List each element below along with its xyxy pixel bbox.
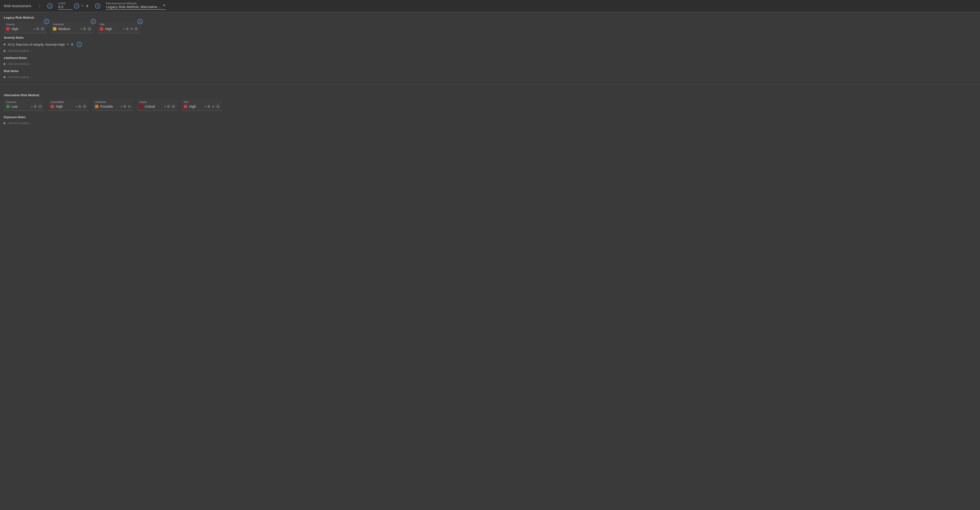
alt-likelihood-value: Possible (100, 105, 113, 108)
risk-methods-label: Risk Assessment Methods (106, 2, 161, 5)
top-bar: Risk Assessment ⋮ 1 CVSS 6.5 2 ✎ 🗑 3 Ris… (0, 0, 980, 12)
impact-value: Critical (145, 105, 155, 108)
exposure-info-icon[interactable]: i (38, 105, 42, 108)
alt-risk-info-icon[interactable]: i (216, 105, 220, 108)
likelihood-value: Medium (58, 27, 70, 31)
likelihood-add-description[interactable]: Add description... (4, 61, 976, 67)
badge-4: 4 (44, 19, 49, 24)
exposure-color-indicator (6, 105, 10, 108)
severity-info-icon[interactable]: i (41, 27, 45, 31)
exposure-add-placeholder[interactable]: Add description... (8, 121, 32, 125)
likelihood-label: Likelihood (53, 23, 91, 26)
likelihood-expand-icon (4, 63, 6, 65)
likelihood-controls: ▾ ⛓ i (81, 27, 91, 31)
cvss-label: CVSS (58, 2, 73, 5)
severity-color-indicator (6, 27, 10, 30)
impact-color-indicator (140, 105, 143, 108)
impact-link-icon[interactable]: ⛓ (167, 104, 170, 109)
alt-likelihood-copy-icon[interactable]: ⧉ (128, 104, 131, 109)
exposure-notes-title: Exposure Notes (4, 116, 976, 119)
likelihood-notes-section: Likelihood Notes Add description... (0, 56, 980, 67)
legacy-risk-info-icon[interactable]: i (134, 27, 138, 31)
legacy-risk-copy-icon[interactable]: ⧉ (130, 27, 133, 31)
alt-risk-field: Risk High ▾ ⛓ ⧉ i (181, 99, 222, 111)
legacy-risk-field: Risk High ▾ ⛓ ⧉ i 6 (97, 22, 140, 33)
exploitability-info-icon[interactable]: i (83, 105, 86, 108)
alt-likelihood-label: Likelihood (95, 101, 131, 103)
legacy-fields-row: Severity High ▾ ⛓ i 4 Likelihood Medium … (0, 22, 980, 33)
legacy-risk-label: Risk (100, 23, 138, 26)
legacy-section-header: Legacy Risk Method (0, 12, 980, 22)
severity-add-placeholder[interactable]: Add description... (8, 49, 32, 52)
exposure-add-description[interactable]: Add description... (4, 120, 976, 126)
exploitability-field: Exploitability High ▾ ⛓ i (48, 99, 89, 111)
likelihood-chevron-icon[interactable]: ▾ (81, 28, 82, 30)
severity-add-description[interactable]: Add description... (4, 48, 976, 54)
note-edit-icon[interactable]: ✎ (67, 43, 69, 46)
legacy-risk-link-icon[interactable]: ⛓ (126, 27, 129, 31)
risk-methods-chevron-icon[interactable]: ▼ (162, 3, 166, 7)
severity-notes-section: Severity Notes AC1) Total loss of integr… (0, 36, 980, 54)
alt-risk-color-indicator (184, 105, 187, 108)
severity-chevron-icon[interactable]: ▾ (34, 28, 35, 30)
severity-note-item: AC1) Total loss of integrity: Severity=H… (4, 41, 976, 48)
likelihood-notes-title: Likelihood Notes (4, 56, 976, 60)
alt-likelihood-color-indicator (95, 105, 99, 108)
exploitability-value: High (56, 105, 63, 108)
likelihood-color-indicator (53, 27, 56, 30)
likelihood-info-icon[interactable]: i (88, 27, 91, 31)
risk-add-placeholder[interactable]: Add description... (8, 75, 32, 79)
badge-3: 3 (95, 3, 100, 9)
badge-2: 2 (74, 3, 79, 9)
exploitability-link-icon[interactable]: ⛓ (78, 104, 82, 109)
likelihood-link-icon[interactable]: ⛓ (83, 27, 86, 31)
severity-notes-title: Severity Notes (4, 36, 976, 40)
note-trash-icon[interactable]: 🗑 (71, 43, 74, 46)
impact-field: Impact Critical ▾ ⛓ i (137, 99, 178, 111)
risk-add-description[interactable]: Add description... (4, 74, 976, 80)
alternative-section-header: Alternative Risk Method (0, 89, 980, 99)
page-title: Risk Assessment (4, 4, 31, 8)
legacy-risk-chevron-icon[interactable]: ▾ (123, 28, 124, 30)
cvss-edit-icon[interactable]: ✎ (81, 4, 84, 8)
legacy-risk-controls: ▾ ⛓ ⧉ i (123, 27, 138, 31)
exploitability-chevron-icon[interactable]: ▾ (76, 105, 77, 108)
exposure-link-icon[interactable]: ⛓ (33, 104, 37, 109)
severity-note-text: AC1) Total loss of integrity: Severity=H… (8, 43, 65, 46)
alternative-fields-row: Exposure Low ▾ ⛓ i Exploitability High ▾… (0, 99, 980, 113)
exposure-value: Low (11, 105, 18, 108)
alt-likelihood-chevron-icon[interactable]: ▾ (121, 105, 122, 108)
exploitability-color-indicator (51, 105, 54, 108)
impact-chevron-icon[interactable]: ▾ (164, 105, 166, 108)
badge-6: 6 (138, 19, 143, 24)
legacy-risk-value: High (105, 27, 112, 31)
alt-risk-copy-icon[interactable]: ⧉ (212, 104, 215, 109)
cvss-section: CVSS 6.5 2 ✎ 🗑 (58, 2, 89, 10)
alt-likelihood-field: Likelihood Possible ▾ ⛓ ⧉ (93, 99, 133, 111)
exposure-chevron-icon[interactable]: ▾ (31, 105, 32, 108)
cvss-value[interactable]: 6.5 (58, 5, 73, 10)
badge-7: 7 (76, 42, 82, 47)
severity-value: High (11, 27, 18, 31)
likelihood-add-placeholder[interactable]: Add description... (8, 62, 32, 66)
alt-risk-value: High (189, 105, 196, 108)
exposure-notes-section: Exposure Notes Add description... (0, 116, 980, 126)
likelihood-field: Likelihood Medium ▾ ⛓ i 5 (51, 22, 94, 33)
alt-risk-label: Risk (184, 101, 220, 103)
impact-info-icon[interactable]: i (172, 105, 175, 108)
cvss-trash-icon[interactable]: 🗑 (86, 4, 89, 8)
alt-risk-chevron-icon[interactable]: ▾ (205, 105, 206, 108)
severity-link-icon[interactable]: ⛓ (36, 27, 40, 31)
dots-menu-icon[interactable]: ⋮ (38, 3, 41, 8)
exploitability-label: Exploitability (51, 101, 86, 103)
alt-risk-link-icon[interactable]: ⛓ (207, 104, 211, 109)
expand-icon[interactable] (4, 43, 6, 46)
risk-methods-section: Risk Assessment Methods Legacy Risk Meth… (106, 2, 166, 10)
exposure-expand-icon (4, 122, 6, 124)
alt-likelihood-link-icon[interactable]: ⛓ (123, 104, 127, 109)
section-divider (0, 84, 980, 85)
risk-methods-value[interactable]: Legacy Risk Method, Alternative ... (106, 5, 161, 9)
severity-controls: ▾ ⛓ i (34, 27, 45, 31)
risk-notes-section: Risk Notes Add description... (0, 70, 980, 80)
severity-field: Severity High ▾ ⛓ i 4 (4, 22, 47, 33)
